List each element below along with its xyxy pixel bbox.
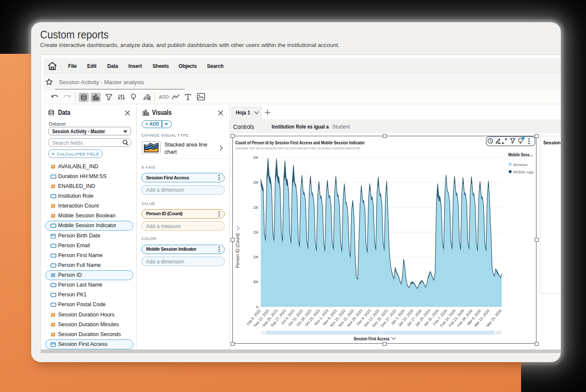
svg-text:15K: 15K [253, 230, 258, 234]
svg-text:20K: 20K [253, 205, 258, 209]
svg-text:25K: 25K [253, 180, 258, 184]
svg-text:5K: 5K [253, 280, 258, 284]
svg-text:0: 0 [256, 304, 258, 309]
svg-text:10K: 10K [253, 255, 258, 259]
svg-text:Person ID (Count): Person ID (Count) [235, 233, 240, 268]
svg-text:Session First Access: Session First Access [354, 336, 390, 341]
svg-text:Mobile App: Mobile App [513, 169, 534, 174]
svg-text:30K: 30K [253, 155, 258, 159]
svg-text:Count of Person Id by Session: Count of Person Id by Session First Acce… [235, 140, 365, 145]
svg-text:SHOWING TOP 200 IN SESSION FIR: SHOWING TOP 200 IN SESSION FIRST ACCESS … [235, 146, 360, 150]
svg-text:Mobile Sess…: Mobile Sess… [508, 152, 533, 157]
svg-text:Browser: Browser [513, 162, 528, 167]
